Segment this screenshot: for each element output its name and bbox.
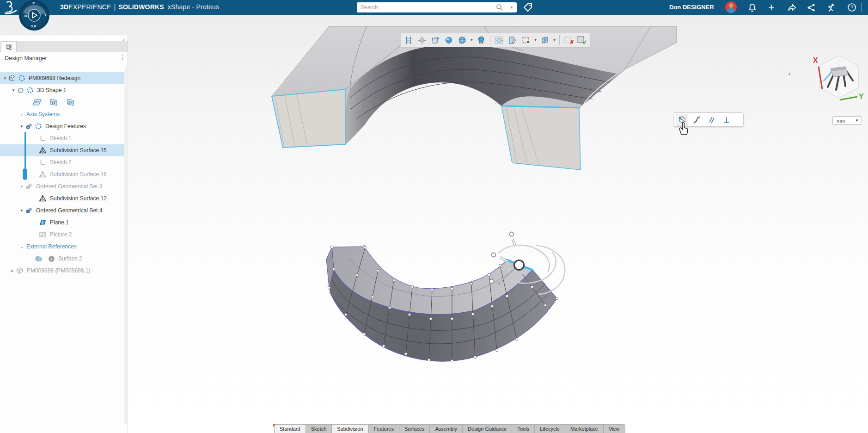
curvature-comb-tool-icon[interactable]: [691, 114, 703, 125]
tree-item-subdivision-surface-16[interactable]: Subdivision Surface.16: [0, 168, 125, 180]
info-badge-icon: i: [48, 255, 55, 262]
tree-item-external-references[interactable]: ⌄ External References: [0, 241, 125, 253]
update-sync-icon: [26, 87, 34, 94]
tab-lifecycle[interactable]: Lifecycle: [535, 425, 565, 433]
sketch-icon: [39, 159, 47, 166]
units-dropdown[interactable]: mm ▼: [832, 116, 862, 125]
ok-button[interactable]: ✓: [576, 34, 588, 46]
help-icon[interactable]: ?: [844, 0, 860, 15]
tree-item-ordered-geometrical-set-4[interactable]: ▼ Ordered Geometrical Set.4: [0, 204, 125, 216]
hand-cursor: [678, 121, 690, 137]
zoom-area-icon[interactable]: [475, 34, 487, 46]
tab-subdivision[interactable]: Subdivision: [332, 425, 368, 433]
tree-item-picture-2[interactable]: Picture.2: [0, 229, 125, 241]
tree-item-sketch-1[interactable]: Sketch.1: [0, 132, 125, 144]
tree-item-sketch-2[interactable]: Sketch.2: [0, 156, 125, 168]
expander-icon[interactable]: ▼: [10, 88, 17, 93]
viewport-background[interactable]: [0, 15, 868, 433]
selection-options-icon[interactable]: [493, 34, 505, 46]
3dexperience-compass[interactable]: 3D V,R: [18, 0, 50, 31]
search-icon[interactable]: [493, 0, 507, 15]
expander-icon[interactable]: ▶: [9, 269, 16, 273]
plane-yz-icon[interactable]: YZ: [48, 98, 59, 106]
tab-marketplace[interactable]: Marketplace: [565, 425, 604, 433]
tree-item-axis-systems[interactable]: › Axis Systems: [0, 108, 125, 120]
tab-sketch[interactable]: Sketch: [306, 425, 332, 433]
tree-item-3d-shape-1[interactable]: ▼ 3D Shape 1: [0, 84, 125, 96]
tab-features[interactable]: Features: [369, 425, 399, 433]
expander-icon[interactable]: ›: [18, 112, 25, 117]
view-cube[interactable]: X Y: [812, 51, 866, 111]
edit-side-panel-icon[interactable]: [507, 34, 519, 46]
transform-tool-icon[interactable]: [416, 34, 428, 46]
tree-item-subdivision-surface-15[interactable]: Subdivision Surface.15: [0, 144, 125, 156]
notifications-bell-icon[interactable]: [744, 0, 760, 15]
3d-shape-icon: [17, 87, 24, 94]
tree-view-tab[interactable]: [1, 41, 17, 52]
svg-text:✓: ✓: [582, 39, 587, 45]
tag-icon[interactable]: [522, 2, 533, 15]
tab-view[interactable]: View: [604, 425, 625, 433]
3ds-logo[interactable]: [3, 0, 18, 15]
panel-title: Design Manager: [5, 55, 47, 62]
loft-tool-icon[interactable]: [403, 34, 415, 46]
sphere-primitive-icon[interactable]: [443, 34, 455, 46]
parallel-tool-icon[interactable]: [705, 114, 718, 125]
tree-item-pm009698[interactable]: ▶ PM009698 (PM009698.1): [0, 265, 125, 277]
marquee-select-caret-icon[interactable]: ▼: [534, 38, 537, 42]
tab-standard[interactable]: Standard: [275, 425, 306, 433]
view-globe-caret-icon[interactable]: ▼: [470, 38, 473, 42]
svg-text:✗: ✗: [570, 39, 574, 45]
tree-item-ordered-geometrical-set-3[interactable]: ▼ Ordered Geometrical Set.3: [0, 180, 125, 192]
assistant-icon[interactable]: [824, 0, 839, 15]
tab-tools[interactable]: Tools: [512, 425, 535, 433]
share-icon[interactable]: [784, 0, 800, 15]
search-options-caret-icon[interactable]: ▼: [507, 0, 517, 15]
subdivision-surface-icon: [39, 171, 47, 178]
plane-icon: [39, 219, 47, 226]
panel-scrollbar[interactable]: [124, 68, 127, 424]
bottom-tab-bar: Standard Sketch Subdivision Features Sur…: [274, 424, 625, 433]
tree-item-design-features[interactable]: ▼ Design Features: [0, 120, 125, 132]
search-input[interactable]: [357, 4, 493, 11]
expander-icon[interactable]: ▼: [18, 209, 25, 213]
xshape-app: { "top_bar": { "brand": { "bold1": "3D",…: [0, 0, 868, 433]
convert-to-subdivision-icon[interactable]: [429, 34, 441, 46]
user-avatar[interactable]: [725, 1, 737, 13]
cancel-button[interactable]: ✗: [562, 34, 575, 46]
plane-zx-icon[interactable]: ZX: [65, 98, 76, 106]
user-name[interactable]: Don DESIGNER: [669, 4, 714, 11]
add-content-icon[interactable]: +: [764, 0, 779, 15]
expander-icon[interactable]: ▼: [18, 185, 25, 189]
plane-xy-icon[interactable]: XY: [31, 98, 43, 106]
feature-insert-handle[interactable]: [23, 168, 27, 180]
marquee-select-icon[interactable]: [520, 34, 532, 46]
toolbar-separator: [490, 35, 490, 45]
expander-icon[interactable]: ▼: [2, 76, 8, 80]
top-bar: 3DEXPERIENCE|SOLIDWORKSxShape - Proteus …: [0, 0, 868, 15]
tree-item-subdivision-surface-12[interactable]: Subdivision Surface.12: [0, 192, 125, 204]
expander-icon[interactable]: ⌄: [18, 244, 25, 249]
view-globe-icon[interactable]: [456, 34, 468, 46]
section-view-icon[interactable]: [539, 34, 551, 46]
share-network-icon[interactable]: [803, 0, 819, 15]
design-manager-panel: ‹ Design Manager ⋮ ▼ PM009698 Redesign ▼…: [0, 35, 128, 433]
tab-bar-corner: [273, 424, 276, 427]
update-sync-icon: [35, 123, 42, 130]
topbar-divider: [862, 3, 862, 12]
tree-item-pm009698-redesign[interactable]: ▼ PM009698 Redesign: [0, 72, 125, 84]
product-icon: [16, 267, 24, 274]
tree-item-plane-1[interactable]: Plane.1: [0, 216, 125, 229]
expander-icon[interactable]: ▼: [18, 124, 25, 129]
perpendicular-tool-icon[interactable]: [720, 114, 733, 125]
tab-design-guidance[interactable]: Design Guidance: [463, 425, 512, 433]
panel-tab-strip: [0, 41, 128, 52]
right-panel-collapse-icon[interactable]: ‹: [789, 69, 791, 77]
section-view-caret-icon[interactable]: ▼: [553, 38, 556, 42]
panel-menu-icon[interactable]: ⋮: [118, 53, 127, 63]
tab-surfaces[interactable]: Surfaces: [399, 425, 430, 433]
units-caret-icon: ▼: [855, 118, 859, 123]
tree-item-surface-2[interactable]: i Surface.2: [0, 253, 125, 265]
tab-assembly[interactable]: Assembly: [430, 425, 463, 433]
feature-insert-line: [24, 132, 26, 168]
